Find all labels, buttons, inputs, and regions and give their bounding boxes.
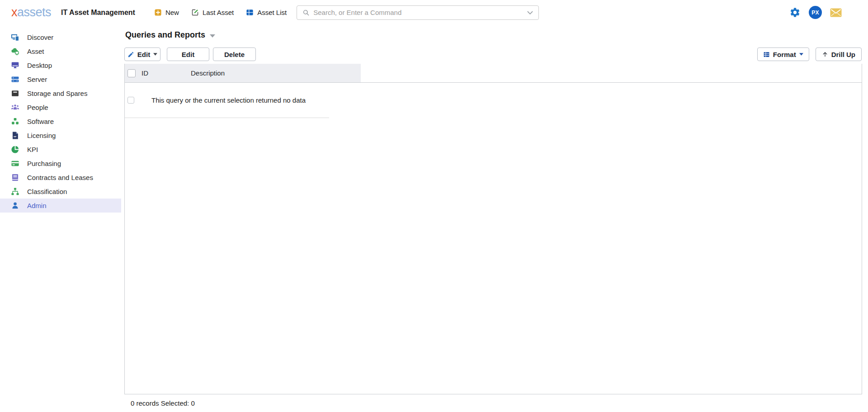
sidebar-item-label: Software	[27, 118, 54, 125]
sidebar-item-label: Admin	[27, 202, 47, 209]
avatar-initials: PX	[811, 9, 819, 16]
storage-box-icon	[11, 89, 19, 98]
search-icon	[302, 9, 310, 16]
server-stack-icon	[11, 75, 19, 84]
cloud-monitor-icon	[11, 47, 19, 56]
delete-button[interactable]: Delete	[213, 47, 256, 61]
book-icon	[11, 173, 19, 182]
last-asset-button[interactable]: Last Asset	[191, 9, 234, 16]
edit-square-icon	[191, 9, 199, 16]
topbar: xassets IT Asset Management New Last Ass…	[0, 0, 868, 25]
sidebar-item-classification[interactable]: Classification	[0, 185, 121, 199]
sidebar-item-label: Licensing	[27, 132, 56, 139]
sidebar-item-label: Contracts and Leases	[27, 174, 93, 181]
sidebar-item-kpi[interactable]: KPI	[0, 142, 121, 156]
last-asset-button-label: Last Asset	[203, 9, 234, 16]
sidebar-item-label: KPI	[27, 146, 38, 153]
main-content: Queries and Reports Edit Edit Delete For…	[124, 25, 868, 412]
sidebar-item-asset[interactable]: Asset	[0, 44, 121, 58]
page-title: Queries and Reports	[125, 30, 205, 40]
sidebar-item-label: People	[27, 104, 48, 111]
logo-prefix: x	[11, 5, 17, 19]
table-grid-icon	[246, 9, 254, 16]
sidebar-item-label: Purchasing	[27, 160, 61, 167]
command-search-box[interactable]	[297, 5, 539, 20]
sidebar-item-label: Server	[27, 76, 47, 83]
row-checkbox[interactable]	[127, 97, 134, 104]
results-grid: ID Description This query or the current…	[124, 64, 862, 394]
edit-menu-button[interactable]: Edit	[124, 47, 160, 61]
format-button-label: Format	[773, 51, 796, 58]
gear-icon[interactable]	[789, 7, 801, 18]
sidebar-item-label: Asset	[27, 47, 44, 55]
sidebar-item-desktop[interactable]: Desktop	[0, 58, 121, 72]
arrow-up-icon	[822, 51, 828, 57]
search-input[interactable]	[313, 9, 527, 16]
format-grid-icon	[763, 51, 770, 58]
chevron-down-icon[interactable]	[527, 11, 533, 14]
page-title-row: Queries and Reports	[125, 30, 868, 40]
sidebar-item-software[interactable]: Software	[0, 114, 121, 128]
sidebar-item-purchasing[interactable]: Purchasing	[0, 156, 121, 170]
sidebar-item-licensing[interactable]: Licensing	[0, 128, 121, 142]
grid-header-band: ID Description	[125, 64, 361, 82]
app-title: IT Asset Management	[61, 9, 135, 17]
sidebar-item-contracts-and-leases[interactable]: Contracts and Leases	[0, 170, 121, 185]
grid-toolbar: Edit Edit Delete Format Drill Up	[124, 47, 868, 61]
mail-icon[interactable]	[830, 8, 842, 17]
select-all-checkbox[interactable]	[127, 69, 136, 77]
pie-chart-icon	[11, 145, 19, 154]
monitor-icon	[11, 61, 19, 70]
edit-button[interactable]: Edit	[167, 47, 209, 61]
new-button[interactable]: New	[154, 9, 179, 16]
license-document-icon	[11, 131, 19, 140]
asset-list-button-label: Asset List	[257, 9, 287, 16]
grid-toolbar-right: Format Drill Up	[757, 47, 862, 61]
asset-list-button[interactable]: Asset List	[246, 9, 287, 16]
column-header-id[interactable]: ID	[142, 69, 191, 77]
sidebar-item-discover[interactable]: Discover	[0, 30, 121, 44]
grid-header-row: ID Description	[125, 64, 862, 83]
people-icon	[11, 103, 19, 112]
column-header-description[interactable]: Description	[191, 69, 225, 77]
drill-up-button-label: Drill Up	[831, 51, 855, 58]
cubes-icon	[11, 117, 19, 126]
sidebar-item-people[interactable]: People	[0, 100, 121, 114]
avatar[interactable]: PX	[809, 6, 822, 19]
empty-result-message: This query or the current selection retu…	[151, 96, 306, 104]
sidebar-item-label: Discover	[27, 33, 53, 41]
new-button-label: New	[165, 9, 179, 16]
topbar-right: PX	[789, 6, 842, 19]
credit-card-icon	[11, 159, 19, 168]
sidebar-item-server[interactable]: Server	[0, 72, 121, 86]
devices-icon	[11, 33, 19, 42]
sidebar-item-label: Classification	[27, 188, 67, 195]
drill-up-button[interactable]: Drill Up	[816, 47, 862, 61]
org-chart-icon	[11, 187, 19, 196]
sidebar-item-storage-and-spares[interactable]: Storage and Spares	[0, 86, 121, 100]
sidebar-item-label: Desktop	[27, 62, 52, 69]
title-caret-down-icon[interactable]	[210, 34, 215, 38]
pencil-icon	[127, 51, 134, 58]
sidebar-item-admin[interactable]: Admin	[0, 199, 121, 213]
logo-suffix: assets	[17, 5, 51, 19]
record-count-status: 0 records Selected: 0	[131, 399, 868, 407]
select-all-cell	[125, 69, 142, 77]
format-button[interactable]: Format	[757, 47, 809, 61]
sidebar: Discover Asset Desktop Server Storage an…	[0, 25, 121, 412]
empty-result-row: This query or the current selection retu…	[125, 83, 329, 118]
person-icon	[11, 201, 19, 210]
sidebar-item-label: Storage and Spares	[27, 90, 87, 97]
caret-down-icon	[799, 53, 803, 56]
edit-button-label: Edit	[182, 51, 194, 58]
topbar-actions: New Last Asset Asset List	[154, 9, 287, 16]
caret-down-icon	[153, 53, 157, 56]
edit-menu-label: Edit	[137, 51, 150, 58]
delete-button-label: Delete	[224, 51, 245, 58]
app-logo[interactable]: xassets	[11, 5, 51, 19]
new-plus-icon	[154, 9, 162, 16]
